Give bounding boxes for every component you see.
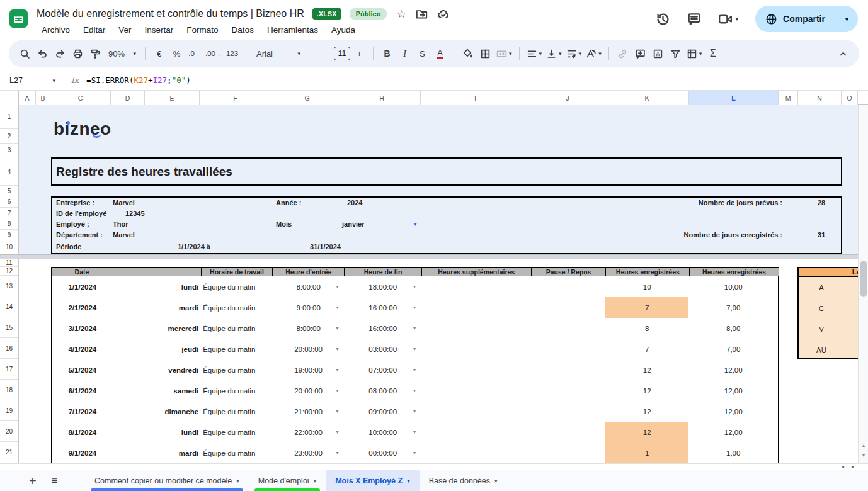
currency-format-button[interactable]: € xyxy=(151,45,168,62)
menu-editar[interactable]: Editar xyxy=(77,24,111,36)
cell-date[interactable]: 9/1/2024 xyxy=(52,443,113,463)
scroll-right-icon[interactable]: ▸ xyxy=(852,464,854,470)
cell-overtime[interactable] xyxy=(421,401,530,422)
cell-hours-decimal[interactable]: 10,00 xyxy=(688,276,778,297)
undo-icon[interactable] xyxy=(34,45,51,62)
dropdown-icon[interactable]: ▾ xyxy=(336,346,338,352)
cell-end-time[interactable]: 16:00:00▾ xyxy=(344,297,421,318)
dropdown-icon[interactable]: ▾ xyxy=(336,367,338,373)
horizontal-scrollbar[interactable]: ◂ ▸ xyxy=(0,463,868,470)
formula-input[interactable]: =SI.ERROR(K27+I27;"0") xyxy=(86,76,191,85)
add-sheet-icon[interactable]: + xyxy=(29,475,37,487)
cell-overtime[interactable] xyxy=(421,318,530,339)
cell-hours-decimal[interactable]: 8,00 xyxy=(688,318,778,339)
cell-end-time[interactable]: 09:00:00▾ xyxy=(344,401,421,422)
row-header-10[interactable]: 10 xyxy=(0,240,18,254)
filter-icon[interactable] xyxy=(667,45,684,62)
chevron-down-icon[interactable]: ▾ xyxy=(236,478,239,484)
text-rotation-button[interactable]: ▾ xyxy=(584,45,603,62)
cell-overtime[interactable] xyxy=(421,443,530,463)
cell-overtime[interactable] xyxy=(421,276,530,297)
mois-value[interactable]: janvier xyxy=(342,219,364,230)
move-folder-icon[interactable] xyxy=(416,8,428,20)
row-header-5[interactable]: 5 xyxy=(0,186,18,196)
dropdown-icon[interactable]: ▾ xyxy=(336,450,338,456)
bold-button[interactable]: B xyxy=(379,45,396,62)
row-header-16[interactable]: 16 xyxy=(0,338,18,359)
cell-hours-decimal[interactable]: 7,00 xyxy=(688,339,778,359)
chevron-down-icon[interactable]: ▾ xyxy=(314,478,317,484)
row-header-17[interactable]: 17 xyxy=(0,359,18,380)
share-button[interactable]: Compartir ▾ xyxy=(755,6,858,32)
functions-button[interactable]: Σ xyxy=(704,45,721,62)
cell-pause[interactable] xyxy=(530,276,605,297)
cell-day[interactable]: samedi xyxy=(113,380,202,401)
employe-value[interactable]: Thor xyxy=(113,219,128,230)
cell-hours-decimal[interactable]: 12,00 xyxy=(688,359,778,380)
row-header-20[interactable]: 20 xyxy=(0,421,18,442)
periode-fin-value[interactable]: 31/1/2024 xyxy=(310,242,341,252)
sheet-title-box[interactable]: Registre des heures travaillées xyxy=(51,157,842,186)
row-header-9[interactable]: 9 xyxy=(0,230,18,240)
cell-schedule[interactable]: Équipe du matin xyxy=(201,297,273,318)
cell-pause[interactable] xyxy=(530,339,605,359)
dropdown-icon[interactable]: ▾ xyxy=(336,429,338,435)
cell-pause[interactable] xyxy=(530,297,605,318)
cell-hours[interactable]: 7 xyxy=(605,297,689,318)
cell-overtime[interactable] xyxy=(421,380,530,401)
cell-day[interactable]: mardi xyxy=(113,443,202,463)
cell-overtime[interactable] xyxy=(421,339,530,359)
star-icon[interactable]: ☆ xyxy=(396,9,406,20)
row-header-11[interactable]: 11 xyxy=(0,259,18,267)
dropdown-icon[interactable]: ▾ xyxy=(413,429,416,435)
cell-start-time[interactable]: 8:00:00▾ xyxy=(273,276,345,297)
chevron-down-icon[interactable]: ▾ xyxy=(52,77,55,84)
grid-canvas[interactable]: bizneo Registre des heures travaillées E… xyxy=(0,105,868,463)
fill-color-button[interactable] xyxy=(459,45,476,62)
id-value[interactable]: 12345 xyxy=(125,208,145,219)
vertical-scrollbar[interactable]: ▴ ▾ xyxy=(858,105,868,463)
dropdown-icon[interactable]: ▾ xyxy=(336,325,338,331)
scroll-down-icon[interactable]: ▾ xyxy=(859,453,868,458)
cell-start-time[interactable]: 20:00:00▾ xyxy=(273,339,345,359)
departement-value[interactable]: Marvel xyxy=(113,230,135,240)
tab-comment-copier-ou-modifier-ce-mod-le[interactable]: Comment copier ou modifier ce modéle▾ xyxy=(85,470,249,491)
data-views-button[interactable]: ▾ xyxy=(685,45,704,62)
cell-overtime[interactable] xyxy=(421,359,530,380)
cell-date[interactable]: 1/1/2024 xyxy=(52,276,113,297)
dropdown-icon[interactable]: ▾ xyxy=(336,305,338,310)
tab-mois-x-employ-z[interactable]: Mois X Employé Z▾ xyxy=(326,470,420,491)
cell-hours[interactable]: 10 xyxy=(605,276,689,297)
menu-archivo[interactable]: Archivo xyxy=(36,24,76,36)
cell-day[interactable]: lundi xyxy=(113,422,202,443)
column-header-J[interactable]: J xyxy=(530,91,605,105)
italic-button[interactable]: I xyxy=(396,45,413,62)
jours-prevus-value[interactable]: 28 xyxy=(799,198,843,208)
dropdown-icon[interactable]: ▾ xyxy=(413,325,416,331)
row-header-2[interactable]: 2 xyxy=(0,129,18,144)
name-box[interactable]: L27 ▾ xyxy=(0,76,62,85)
tab-base-de-donn-es[interactable]: Base de données▾ xyxy=(420,470,507,491)
cell-hours[interactable]: 12 xyxy=(605,359,689,380)
column-header-M[interactable]: M xyxy=(779,91,798,105)
cell-start-time[interactable]: 8:00:00▾ xyxy=(273,318,345,339)
cell-date[interactable]: 8/1/2024 xyxy=(52,422,113,443)
insert-comment-icon[interactable] xyxy=(632,45,649,62)
cell-hours-decimal[interactable]: 12,00 xyxy=(688,401,778,422)
cell-pause[interactable] xyxy=(530,443,605,463)
cell-hours[interactable]: 12 xyxy=(605,401,689,422)
menu-formato[interactable]: Formato xyxy=(181,24,224,36)
cell-end-time[interactable]: 16:00:00▾ xyxy=(344,318,421,339)
cell-overtime[interactable] xyxy=(421,297,530,318)
cell-start-time[interactable]: 21:00:00▾ xyxy=(273,401,345,422)
column-header-D[interactable]: D xyxy=(111,91,145,105)
search-icon[interactable] xyxy=(16,45,33,62)
cell-date[interactable]: 3/1/2024 xyxy=(52,318,113,339)
cell-hours-decimal[interactable]: 1,00 xyxy=(688,443,778,463)
row-header-6[interactable]: 6 xyxy=(0,196,18,208)
cell-schedule[interactable]: Équipe du matin xyxy=(201,401,273,422)
row-header-7[interactable]: 7 xyxy=(0,208,18,218)
dropdown-icon[interactable]: ▾ xyxy=(336,284,338,290)
insert-chart-icon[interactable] xyxy=(649,45,666,62)
menu-insertar[interactable]: Insertar xyxy=(139,24,180,36)
